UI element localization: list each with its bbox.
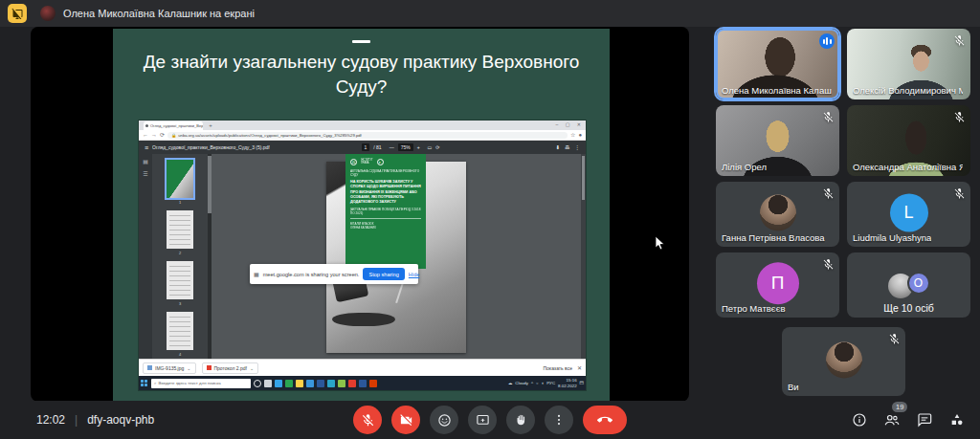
- fit-page-icon[interactable]: ▭: [428, 144, 433, 150]
- end-call-button[interactable]: [583, 406, 627, 434]
- chat-button[interactable]: [915, 410, 934, 429]
- mouse-cursor: [655, 235, 665, 251]
- participant-name: Ганна Петрівна Власова: [722, 232, 825, 243]
- edge-icon[interactable]: [275, 380, 282, 387]
- stop-sharing-button[interactable]: Stop sharing: [363, 268, 404, 280]
- thumbnail-page-number: 2: [152, 251, 208, 255]
- store-icon[interactable]: [285, 380, 293, 387]
- acrobat-icon[interactable]: [348, 380, 356, 387]
- participant-tile[interactable]: Олександра Анатоліївна Які...: [847, 105, 970, 176]
- show-all-downloads-link[interactable]: Показать все: [543, 365, 572, 371]
- participant-tile[interactable]: Олена Миколаївна Калашник: [716, 29, 839, 99]
- hide-banner-link[interactable]: Hide: [409, 272, 420, 277]
- photos-icon[interactable]: [338, 380, 345, 387]
- more-icon[interactable]: ⋮: [575, 144, 581, 150]
- cortana-icon[interactable]: [254, 380, 261, 387]
- download-icon[interactable]: ⬇: [555, 144, 560, 150]
- screen-share-banner: ▦ meet.google.com is sharing your screen…: [250, 264, 418, 284]
- camera-off-button[interactable]: [391, 406, 420, 434]
- taskbar-search[interactable]: ⌕Введите здесь текст для поиска: [151, 379, 251, 388]
- download-menu-icon[interactable]: ⌄: [250, 365, 254, 371]
- tray-expand-icon[interactable]: ^: [531, 381, 533, 385]
- mic-off-button[interactable]: [353, 406, 382, 434]
- thumbnail-scrollbar[interactable]: [208, 154, 212, 359]
- folder-icon[interactable]: [306, 380, 314, 387]
- word-icon[interactable]: [317, 380, 324, 387]
- pdf-menu-icon[interactable]: ≡: [145, 144, 148, 151]
- outlook-icon[interactable]: [327, 380, 335, 387]
- participant-tile[interactable]: LLiudmila Ulyashyna: [847, 182, 970, 247]
- favicon: [145, 124, 148, 127]
- more-options-button[interactable]: [545, 406, 573, 434]
- more-participants-tile[interactable]: OЩе 10 осіб: [847, 252, 970, 318]
- participant-grid: Олена Миколаївна КалашникОлексій Володим…: [716, 29, 972, 318]
- emoji-reaction-button[interactable]: [430, 406, 458, 434]
- show-participants-button[interactable]: 19: [882, 410, 902, 429]
- print-icon[interactable]: 🖶: [565, 144, 570, 150]
- cover-title: НА КОРИСТЬ ШУКАЧІВ ЗАХИСТУ У СПОРАХ ЩОДО…: [350, 180, 421, 205]
- taskview-icon[interactable]: [264, 380, 272, 387]
- new-tab-button[interactable]: +: [208, 122, 213, 128]
- rotate-icon[interactable]: ⟳: [435, 144, 439, 150]
- alert-icon[interactable]: [369, 380, 377, 387]
- raise-hand-button[interactable]: [506, 406, 535, 434]
- participant-name: Liudmila Ulyashyna: [853, 232, 931, 243]
- cover-subtitle: (АКТУАЛЬНІ ПРАВОВІ ПОЗИЦІЇ ЗА ПЕРІОД З 2…: [350, 208, 421, 219]
- profile-icon[interactable]: ●: [578, 132, 582, 138]
- self-tile[interactable]: Ви: [782, 327, 905, 396]
- cover-green-panel: ⚖ ІНСТИТУТПРАВА ◐ АКТУАЛЬНА СУДОВА ПРАКТ…: [345, 154, 426, 269]
- pravo-zahist-logo-icon: ◐: [377, 159, 384, 165]
- mic-off-icon: [822, 257, 835, 270]
- participant-tile[interactable]: Олексій Володимирович Му...: [847, 29, 970, 99]
- network-icon: ⌔: [536, 381, 539, 385]
- browser-tab[interactable]: Огляд_судової_практики_Вер...: [144, 121, 203, 130]
- language-indicator[interactable]: РУС: [546, 381, 555, 385]
- thumbnails-view-icon[interactable]: ▤: [143, 158, 148, 165]
- present-screen-button[interactable]: [468, 406, 497, 434]
- cover-author-2: ОЛЕНА КАЛАШНИК: [350, 226, 421, 230]
- pdf-scrollbar[interactable]: [581, 154, 586, 359]
- participant-name: Олена Миколаївна Калашник: [722, 85, 832, 96]
- avatar-initial: L: [890, 193, 928, 231]
- pdf-thumbnail-2[interactable]: [167, 210, 193, 249]
- participant-name: Олексій Володимирович Му...: [853, 85, 963, 96]
- shared-screen[interactable]: Де знайти узагальнену судову практику Ве…: [31, 27, 689, 402]
- zoom-in-button[interactable]: +: [417, 144, 420, 150]
- bookmark-star-icon[interactable]: ☆: [570, 132, 575, 138]
- close-downloads-icon[interactable]: ✕: [577, 364, 582, 371]
- notification-icon[interactable]: 🗖: [580, 381, 584, 385]
- participant-tile[interactable]: Лілія Орел: [716, 105, 839, 176]
- zoom-out-button[interactable]: —: [390, 144, 394, 150]
- pdf-thumbnail-4[interactable]: [167, 312, 193, 350]
- word-doc-icon[interactable]: [359, 380, 367, 387]
- download-menu-icon[interactable]: ⌄: [187, 365, 190, 371]
- download-item[interactable]: Протокол 2.pdf⌄: [202, 362, 259, 374]
- participant-tile[interactable]: ППетро Матвєєв: [716, 252, 839, 318]
- activities-button[interactable]: [947, 410, 967, 429]
- zoom-level: 75%: [398, 143, 413, 151]
- page-number-input[interactable]: 1: [362, 143, 370, 151]
- download-item[interactable]: IMG-9135.jpg⌄: [143, 362, 196, 374]
- explorer-icon[interactable]: [296, 380, 303, 387]
- more-vert-icon: [552, 413, 566, 427]
- pdf-thumbnail-1[interactable]: [167, 160, 193, 198]
- pdf-file-icon: [207, 365, 212, 370]
- weather-icon: ☁: [508, 381, 512, 385]
- start-button[interactable]: [141, 380, 148, 387]
- browser-tabstrip: Огляд_судової_практики_Вер... + – ▢ ✕: [139, 121, 586, 130]
- pdf-thumbnail-3[interactable]: [167, 261, 193, 299]
- meeting-details-button[interactable]: [850, 410, 869, 429]
- refresh-icon[interactable]: ⟳: [160, 132, 165, 138]
- outline-view-icon[interactable]: ☰: [143, 170, 147, 177]
- url-field[interactable]: 🔒unba.org.ua/assets/uploads/publications…: [167, 132, 568, 139]
- window-controls[interactable]: – ▢ ✕: [556, 121, 584, 127]
- participant-name: Олександра Анатоліївна Які...: [853, 162, 963, 172]
- pdf-thumbnail-column[interactable]: 12345: [152, 154, 208, 359]
- taskbar-app-icons[interactable]: [254, 380, 377, 387]
- institute-logo-icon: ⚖: [350, 159, 357, 165]
- back-icon[interactable]: ←: [143, 132, 148, 138]
- taskbar-clock: 15:168.02.2022: [558, 378, 577, 388]
- participant-tile[interactable]: Ганна Петрівна Власова: [716, 182, 839, 247]
- stop-presenting-button[interactable]: [8, 4, 27, 23]
- forward-icon[interactable]: →: [151, 132, 157, 138]
